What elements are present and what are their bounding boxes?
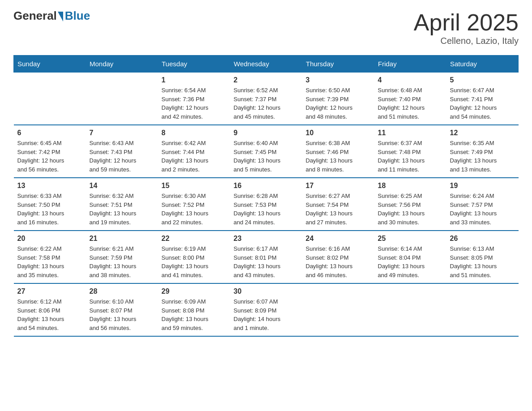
logo-triangle-icon xyxy=(58,12,63,21)
day-number: 30 xyxy=(234,287,299,295)
calendar-cell: 6Sunrise: 6:45 AM Sunset: 7:42 PM Daylig… xyxy=(14,125,86,178)
weekday-header-saturday: Saturday xyxy=(446,56,519,73)
calendar-cell: 9Sunrise: 6:40 AM Sunset: 7:45 PM Daylig… xyxy=(230,125,302,178)
day-number: 20 xyxy=(17,235,82,243)
calendar-cell: 3Sunrise: 6:50 AM Sunset: 7:39 PM Daylig… xyxy=(302,73,374,125)
day-number: 24 xyxy=(306,235,371,243)
logo: General Blue xyxy=(13,9,90,23)
calendar-cell: 21Sunrise: 6:21 AM Sunset: 7:59 PM Dayli… xyxy=(86,231,158,283)
day-info: Sunrise: 6:14 AM Sunset: 8:04 PM Dayligh… xyxy=(378,244,443,279)
day-number: 16 xyxy=(234,182,299,190)
day-number: 3 xyxy=(306,76,371,84)
day-info: Sunrise: 6:19 AM Sunset: 8:00 PM Dayligh… xyxy=(162,244,227,279)
day-info: Sunrise: 6:17 AM Sunset: 8:01 PM Dayligh… xyxy=(234,244,299,279)
calendar-cell: 28Sunrise: 6:10 AM Sunset: 8:07 PM Dayli… xyxy=(86,283,158,336)
calendar-cell: 7Sunrise: 6:43 AM Sunset: 7:43 PM Daylig… xyxy=(86,125,158,178)
calendar-cell xyxy=(446,283,519,336)
calendar-cell: 23Sunrise: 6:17 AM Sunset: 8:01 PM Dayli… xyxy=(230,231,302,283)
calendar-week-row: 13Sunrise: 6:33 AM Sunset: 7:50 PM Dayli… xyxy=(14,178,519,231)
day-info: Sunrise: 6:37 AM Sunset: 7:48 PM Dayligh… xyxy=(378,139,443,174)
day-info: Sunrise: 6:28 AM Sunset: 7:53 PM Dayligh… xyxy=(234,192,299,227)
day-number: 12 xyxy=(450,129,515,137)
logo-general-text: General xyxy=(13,9,57,23)
day-info: Sunrise: 6:33 AM Sunset: 7:50 PM Dayligh… xyxy=(17,192,82,227)
day-number: 5 xyxy=(450,76,515,84)
title-section: April 2025 Celleno, Lazio, Italy xyxy=(414,9,519,46)
calendar-cell: 5Sunrise: 6:47 AM Sunset: 7:41 PM Daylig… xyxy=(446,73,519,125)
calendar-cell xyxy=(374,283,446,336)
day-info: Sunrise: 6:25 AM Sunset: 7:56 PM Dayligh… xyxy=(378,192,443,227)
day-number: 22 xyxy=(162,235,227,243)
day-info: Sunrise: 6:21 AM Sunset: 7:59 PM Dayligh… xyxy=(90,244,154,279)
calendar-cell: 20Sunrise: 6:22 AM Sunset: 7:58 PM Dayli… xyxy=(14,231,86,283)
calendar-cell: 29Sunrise: 6:09 AM Sunset: 8:08 PM Dayli… xyxy=(158,283,230,336)
day-number: 13 xyxy=(17,182,82,190)
day-number: 8 xyxy=(162,129,227,137)
day-info: Sunrise: 6:43 AM Sunset: 7:43 PM Dayligh… xyxy=(90,139,154,174)
day-number: 25 xyxy=(378,235,443,243)
calendar-header-row: SundayMondayTuesdayWednesdayThursdayFrid… xyxy=(14,56,519,73)
weekday-header-sunday: Sunday xyxy=(14,56,86,73)
day-info: Sunrise: 6:13 AM Sunset: 8:05 PM Dayligh… xyxy=(450,244,515,279)
calendar-cell xyxy=(302,283,374,336)
day-info: Sunrise: 6:12 AM Sunset: 8:06 PM Dayligh… xyxy=(17,297,82,332)
day-number: 17 xyxy=(306,182,371,190)
calendar-cell: 19Sunrise: 6:24 AM Sunset: 7:57 PM Dayli… xyxy=(446,178,519,231)
location-title: Celleno, Lazio, Italy xyxy=(414,36,519,46)
calendar-cell: 17Sunrise: 6:27 AM Sunset: 7:54 PM Dayli… xyxy=(302,178,374,231)
weekday-header-friday: Friday xyxy=(374,56,446,73)
day-number: 6 xyxy=(17,129,82,137)
calendar-cell xyxy=(14,73,86,125)
calendar-table: SundayMondayTuesdayWednesdayThursdayFrid… xyxy=(13,55,519,337)
day-info: Sunrise: 6:27 AM Sunset: 7:54 PM Dayligh… xyxy=(306,192,371,227)
calendar-cell: 27Sunrise: 6:12 AM Sunset: 8:06 PM Dayli… xyxy=(14,283,86,336)
day-number: 9 xyxy=(234,129,299,137)
day-number: 11 xyxy=(378,129,443,137)
calendar-cell: 1Sunrise: 6:54 AM Sunset: 7:36 PM Daylig… xyxy=(158,73,230,125)
page-header: General Blue April 2025 Celleno, Lazio, … xyxy=(13,9,519,46)
day-number: 28 xyxy=(90,287,154,295)
calendar-cell: 22Sunrise: 6:19 AM Sunset: 8:00 PM Dayli… xyxy=(158,231,230,283)
weekday-header-tuesday: Tuesday xyxy=(158,56,230,73)
day-info: Sunrise: 6:45 AM Sunset: 7:42 PM Dayligh… xyxy=(17,139,82,174)
day-number: 1 xyxy=(162,76,227,84)
day-number: 19 xyxy=(450,182,515,190)
calendar-week-row: 6Sunrise: 6:45 AM Sunset: 7:42 PM Daylig… xyxy=(14,125,519,178)
day-info: Sunrise: 6:10 AM Sunset: 8:07 PM Dayligh… xyxy=(90,297,154,332)
calendar-cell: 11Sunrise: 6:37 AM Sunset: 7:48 PM Dayli… xyxy=(374,125,446,178)
calendar-cell: 30Sunrise: 6:07 AM Sunset: 8:09 PM Dayli… xyxy=(230,283,302,336)
calendar-cell: 18Sunrise: 6:25 AM Sunset: 7:56 PM Dayli… xyxy=(374,178,446,231)
day-info: Sunrise: 6:07 AM Sunset: 8:09 PM Dayligh… xyxy=(234,297,299,332)
calendar-cell: 10Sunrise: 6:38 AM Sunset: 7:46 PM Dayli… xyxy=(302,125,374,178)
day-number: 14 xyxy=(90,182,154,190)
logo-blue-text: Blue xyxy=(65,9,90,23)
day-info: Sunrise: 6:52 AM Sunset: 7:37 PM Dayligh… xyxy=(234,86,299,121)
calendar-cell: 26Sunrise: 6:13 AM Sunset: 8:05 PM Dayli… xyxy=(446,231,519,283)
day-info: Sunrise: 6:32 AM Sunset: 7:51 PM Dayligh… xyxy=(90,192,154,227)
calendar-cell: 14Sunrise: 6:32 AM Sunset: 7:51 PM Dayli… xyxy=(86,178,158,231)
day-number: 2 xyxy=(234,76,299,84)
calendar-week-row: 20Sunrise: 6:22 AM Sunset: 7:58 PM Dayli… xyxy=(14,231,519,283)
day-info: Sunrise: 6:47 AM Sunset: 7:41 PM Dayligh… xyxy=(450,86,515,121)
month-title: April 2025 xyxy=(414,9,519,36)
day-number: 7 xyxy=(90,129,154,137)
weekday-header-thursday: Thursday xyxy=(302,56,374,73)
calendar-cell: 16Sunrise: 6:28 AM Sunset: 7:53 PM Dayli… xyxy=(230,178,302,231)
calendar-week-row: 1Sunrise: 6:54 AM Sunset: 7:36 PM Daylig… xyxy=(14,73,519,125)
calendar-cell: 13Sunrise: 6:33 AM Sunset: 7:50 PM Dayli… xyxy=(14,178,86,231)
calendar-week-row: 27Sunrise: 6:12 AM Sunset: 8:06 PM Dayli… xyxy=(14,283,519,336)
calendar-cell: 2Sunrise: 6:52 AM Sunset: 7:37 PM Daylig… xyxy=(230,73,302,125)
day-number: 10 xyxy=(306,129,371,137)
day-number: 23 xyxy=(234,235,299,243)
day-info: Sunrise: 6:48 AM Sunset: 7:40 PM Dayligh… xyxy=(378,86,443,121)
calendar-cell xyxy=(86,73,158,125)
calendar-cell: 4Sunrise: 6:48 AM Sunset: 7:40 PM Daylig… xyxy=(374,73,446,125)
day-info: Sunrise: 6:42 AM Sunset: 7:44 PM Dayligh… xyxy=(162,139,227,174)
day-number: 15 xyxy=(162,182,227,190)
day-number: 29 xyxy=(162,287,227,295)
day-number: 21 xyxy=(90,235,154,243)
day-info: Sunrise: 6:24 AM Sunset: 7:57 PM Dayligh… xyxy=(450,192,515,227)
day-number: 4 xyxy=(378,76,443,84)
calendar-cell: 15Sunrise: 6:30 AM Sunset: 7:52 PM Dayli… xyxy=(158,178,230,231)
weekday-header-monday: Monday xyxy=(86,56,158,73)
